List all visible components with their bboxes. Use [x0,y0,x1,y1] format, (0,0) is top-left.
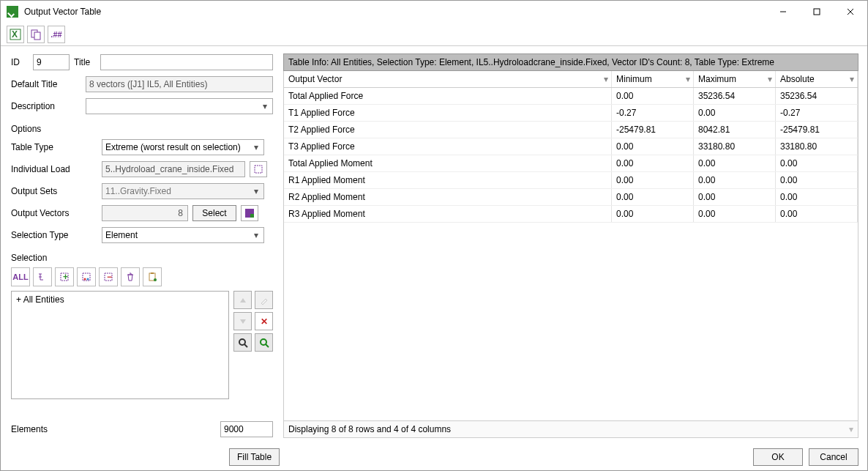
select-rect-remove-button[interactable]: − [99,267,118,286]
minimize-button[interactable] [766,1,800,23]
select-rect-colors-button[interactable] [77,267,96,286]
window-title: Output Vector Table [24,7,766,17]
select-rect-add-button[interactable]: + [55,267,74,286]
entities-list-item[interactable]: + All Entities [16,294,224,305]
svg-rect-19 [151,272,154,274]
description-combo[interactable]: ▾ [86,98,273,114]
col-maximum[interactable]: Maximum▾ [694,71,776,87]
svg-rect-7 [34,32,40,40]
delete-selection-button[interactable] [121,267,140,286]
svg-point-14 [84,278,86,281]
svg-rect-8 [255,166,262,173]
footer: Fill Table OK Cancel [1,444,867,470]
titlebar: Output Vector Table [1,1,867,23]
right-panel: Table Info: All Entities, Selection Type… [279,46,867,444]
svg-point-20 [154,278,157,281]
output-sets-label: Output Sets [11,186,97,196]
select-all-button[interactable]: ALL [11,267,30,286]
title-input[interactable] [100,54,273,70]
select-vectors-button[interactable]: Select [192,205,236,221]
export-excel-button[interactable]: X [7,26,24,43]
filter-icon[interactable]: ▾ [849,424,853,434]
options-header: Options [11,124,273,134]
table-row[interactable]: Total Applied Force0.0035236.5435236.54 [284,88,858,105]
svg-point-21 [239,339,245,345]
id-label: ID [11,57,29,67]
table-row[interactable]: T2 Applied Force-25479.818042.81-25479.8… [284,122,858,138]
table-type-label: Table Type [11,142,97,152]
chevron-down-icon: ▾ [250,186,262,196]
filter-icon[interactable]: ▾ [686,74,690,84]
table-row[interactable]: R2 Applied Moment0.000.000.00 [284,189,858,206]
entities-list[interactable]: + All Entities [11,291,229,399]
elements-input[interactable] [220,421,273,437]
title-label: Title [74,57,96,67]
copy-button[interactable] [27,26,45,43]
selection-type-select[interactable]: Element▾ [102,227,264,243]
chevron-down-icon: ▾ [259,101,271,111]
table-info-bar: Table Info: All Entities, Selection Type… [283,53,858,71]
default-title-label: Default Title [11,79,81,89]
svg-rect-13 [83,273,90,281]
format-button[interactable]: .## [48,26,65,43]
filter-icon[interactable]: ▾ [768,74,772,84]
ok-button[interactable]: OK [753,448,803,466]
individual-load-pick-button[interactable] [250,161,267,177]
table-row[interactable]: Total Applied Moment0.000.000.00 [284,155,858,172]
zoom-dark-button[interactable] [233,333,252,352]
individual-load-label: Individual Load [11,164,97,174]
cancel-button[interactable]: Cancel [809,448,858,466]
output-vectors-label: Output Vectors [11,208,97,218]
output-vectors-icon-button[interactable] [241,205,258,221]
individual-load-value: 5..Hydroload_crane_inside.Fixed [102,161,245,177]
svg-line-22 [244,344,247,347]
table-row[interactable]: R3 Applied Moment0.000.000.00 [284,206,858,223]
selection-type-label: Selection Type [11,230,97,240]
move-down-button [233,312,252,330]
paste-selection-button[interactable] [143,267,162,286]
chevron-down-icon: ▾ [250,230,262,240]
filter-icon[interactable]: ▾ [850,74,854,84]
move-up-button [233,291,252,309]
grid-status: Displaying 8 of 8 rows and 4 of 4 column… [283,421,858,438]
svg-line-24 [266,344,269,347]
svg-text:+: + [63,272,68,282]
description-label: Description [11,101,81,111]
remove-button[interactable]: ✕ [255,312,273,330]
selection-toolbar: ALL + − [11,267,273,286]
svg-point-23 [261,339,266,345]
maximize-button[interactable] [800,1,834,23]
svg-text:X: X [12,29,18,40]
id-input[interactable] [33,54,70,70]
default-title-value: 8 vectors ([J1] IL5, All Entities) [86,76,273,92]
col-output-vector[interactable]: Output Vector▾ [284,71,612,87]
edit-button [255,291,273,309]
svg-point-15 [87,278,89,281]
table-row[interactable]: T1 Applied Force-0.270.00-0.27 [284,105,858,122]
elements-label: Elements [11,424,97,434]
results-grid: Output Vector▾ Minimum▾ Maximum▾ Absolut… [283,71,858,421]
toolbar: X .## [1,23,867,46]
svg-rect-10 [250,214,254,218]
col-absolute[interactable]: Absolute▾ [776,71,858,87]
app-icon [7,6,18,18]
select-tree-button[interactable] [33,267,52,286]
col-minimum[interactable]: Minimum▾ [612,71,694,87]
fill-table-button[interactable]: Fill Table [229,448,280,466]
left-panel: ID Title Default Title 8 vectors ([J1] I… [1,46,279,444]
output-vectors-count: 8 [102,205,188,221]
zoom-green-button[interactable] [255,333,273,352]
chevron-down-icon: ▾ [250,142,262,152]
selection-header: Selection [11,253,273,263]
table-row[interactable]: R1 Applied Moment0.000.000.00 [284,172,858,189]
svg-rect-1 [814,9,820,15]
svg-text:−: − [107,272,112,282]
table-row[interactable]: T3 Applied Force0.0033180.8033180.80 [284,138,858,155]
output-sets-select: 11..Gravity.Fixed▾ [102,183,264,199]
filter-icon[interactable]: ▾ [604,74,608,84]
table-type-select[interactable]: Extreme (worst result on selection)▾ [102,139,264,155]
close-button[interactable] [834,1,867,23]
